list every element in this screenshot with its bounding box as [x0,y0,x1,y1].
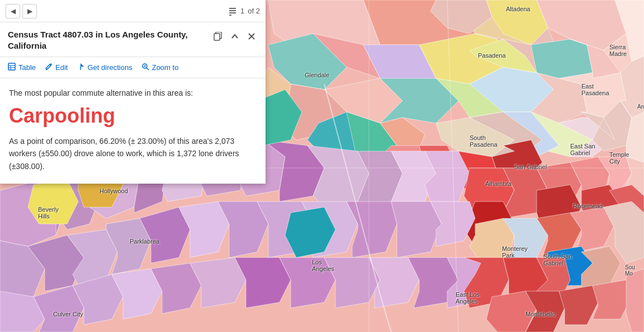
directions-label: Get directions [87,63,132,72]
edit-label: Edit [55,63,68,72]
title-actions [212,30,258,43]
nav-arrows: ◀ ▶ [6,4,37,18]
content-intro: The most popular commute alternative in … [9,87,257,99]
svg-rect-114 [8,63,15,70]
svg-marker-13 [531,39,593,78]
next-button[interactable]: ▶ [22,4,37,18]
svg-rect-111 [214,34,220,40]
directions-icon [77,63,84,72]
copy-button[interactable] [212,30,224,43]
svg-rect-108 [229,12,236,13]
svg-rect-107 [229,10,236,11]
edit-icon [45,63,53,72]
table-icon [8,63,16,72]
edit-icon-svg [45,63,53,71]
counter-current: 1 [240,7,244,15]
directions-icon-svg [77,63,84,71]
nav-counter: 1 of 2 [228,7,260,16]
commute-highlight: Carpooling [9,106,257,126]
directions-button[interactable]: Get directions [77,62,132,73]
svg-marker-101 [626,269,644,332]
counter-of: of 2 [248,7,260,15]
popup-title: Census Tract 4807.03 in Los Angeles Coun… [8,29,206,51]
popup-title-bar: Census Tract 4807.03 in Los Angeles Coun… [0,22,266,57]
close-button[interactable] [245,30,258,43]
zoom-icon-svg [141,63,149,71]
content-detail: As a point of comparison, 66.20% (± 23.0… [9,135,257,172]
prev-button[interactable]: ◀ [6,4,20,18]
svg-line-122 [146,68,149,70]
popup-content: The most popular commute alternative in … [0,78,266,184]
table-button[interactable]: Table [8,62,36,73]
chevron-up-icon [231,32,239,40]
popup-panel: ◀ ▶ 1 of 2 Census Tract 4807.03 in Los A… [0,0,266,184]
svg-rect-109 [229,15,231,16]
copy-icon [214,32,222,41]
popup-nav-bar: ◀ ▶ 1 of 2 [0,0,266,22]
list-icon [228,7,237,16]
edit-button[interactable]: Edit [45,62,68,73]
svg-marker-119 [80,63,84,67]
close-icon [248,32,255,40]
zoom-button[interactable]: Zoom to [141,62,179,73]
collapse-button[interactable] [229,30,241,43]
popup-actions: Table Edit Get directions [0,57,266,78]
table-label: Table [18,63,36,72]
table-icon-svg [8,63,16,71]
svg-rect-106 [229,8,236,9]
zoom-label: Zoom to [152,63,179,72]
zoom-icon [141,63,149,72]
